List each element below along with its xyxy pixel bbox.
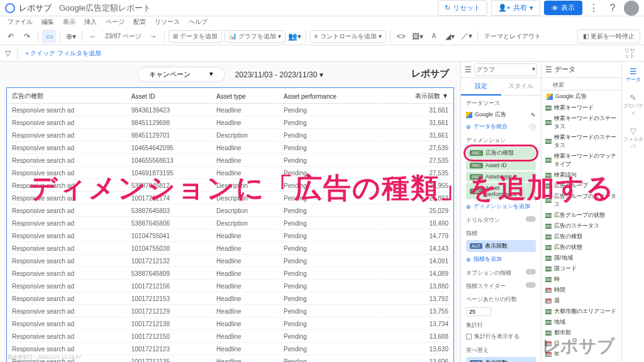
image-icon[interactable]: 🖼▾ bbox=[411, 30, 425, 43]
dimension-chip[interactable]: RBC広告の種類 bbox=[466, 147, 536, 159]
merge-data-button[interactable]: ⊕データを統合? bbox=[461, 121, 541, 133]
field-item[interactable]: RBC大都市圏のエリアコード bbox=[541, 306, 621, 317]
share-button[interactable]: 👤+共有▾ bbox=[491, 0, 540, 16]
col-header[interactable]: 表示回数 ▼ bbox=[383, 89, 452, 104]
field-item[interactable]: RBC検索キーワード bbox=[541, 102, 621, 113]
more-icon[interactable]: ⋮ bbox=[586, 1, 601, 16]
table-row[interactable]: Responsive search ad10017212132HeadlineP… bbox=[8, 256, 452, 267]
table-row[interactable]: Responsive search ad10017212138HeadlineP… bbox=[8, 319, 452, 330]
table-row[interactable]: Responsive search ad98436139423HeadlineP… bbox=[8, 105, 452, 116]
add-chart-button[interactable]: 📊グラフを追加▾ bbox=[225, 30, 286, 43]
zoom-icon[interactable]: ⊕▾ bbox=[64, 30, 78, 43]
table-row[interactable]: Responsive search ad104655568613Headline… bbox=[8, 155, 452, 167]
col-header[interactable]: 広告の種類 bbox=[8, 89, 126, 104]
table-row[interactable]: Responsive search ad53887645812Descripti… bbox=[8, 180, 452, 192]
field-item[interactable]: 📅年 bbox=[541, 349, 621, 359]
prev-page-icon[interactable]: ← bbox=[86, 30, 100, 43]
menu-リソース[interactable]: リソース bbox=[155, 18, 180, 26]
reset-small[interactable]: リセ ット bbox=[624, 48, 639, 59]
campaign-dropdown[interactable]: キャンペーン▾ bbox=[137, 67, 225, 82]
help-icon[interactable]: ? bbox=[605, 1, 620, 16]
menu-ファイル[interactable]: ファイル bbox=[8, 18, 33, 26]
filter-icon[interactable]: ▽ bbox=[5, 49, 11, 58]
table-row[interactable]: Responsive search ad104691873195Headline… bbox=[8, 168, 452, 179]
page-indicator[interactable]: 23/87 ページ bbox=[103, 32, 144, 41]
tab-settings[interactable]: 設定 bbox=[461, 78, 501, 96]
field-item[interactable]: RBC広告グループ bbox=[541, 180, 621, 191]
community-icon[interactable]: 👥▾ bbox=[288, 30, 302, 43]
table-row[interactable]: Responsive search ad10104755038HeadlineP… bbox=[8, 243, 452, 255]
pause-update-button[interactable]: ◧ 更新を一時停止 bbox=[577, 30, 640, 43]
embed-icon[interactable]: <> bbox=[394, 30, 408, 43]
search-input[interactable] bbox=[541, 80, 621, 90]
field-item[interactable]: RBC都市部 bbox=[541, 327, 621, 338]
table-row[interactable]: Responsive search ad10017212153HeadlineP… bbox=[8, 293, 452, 305]
col-header[interactable]: Asset performance bbox=[280, 89, 382, 104]
text-icon[interactable]: Ａ bbox=[427, 30, 441, 43]
field-item[interactable]: RBC広告グループの状態 bbox=[541, 210, 621, 221]
show-summary-checkbox[interactable]: 集計行を表示する bbox=[461, 331, 541, 343]
field-item[interactable]: RBC国コード bbox=[541, 263, 621, 274]
data-source-row[interactable]: Google 広告 bbox=[541, 90, 621, 102]
field-item[interactable]: 📅週 bbox=[541, 295, 621, 306]
col-header[interactable]: Asset type bbox=[213, 89, 279, 104]
dimension-chip[interactable]: RBCAsset type bbox=[466, 172, 536, 182]
menu-配置[interactable]: 配置 bbox=[133, 18, 146, 26]
metric-chip[interactable]: AUT表示回数 bbox=[466, 240, 536, 252]
field-item[interactable]: 123年齢 bbox=[541, 359, 621, 362]
table-row[interactable]: Responsive search ad98451129701Descripti… bbox=[8, 130, 452, 141]
menu-ページ[interactable]: ページ bbox=[106, 18, 125, 26]
theme-layout-button[interactable]: テーマとレイアウト bbox=[482, 32, 543, 41]
field-item[interactable]: 📅日 bbox=[541, 338, 621, 349]
sort-chip[interactable]: AUT表示回数 bbox=[466, 357, 536, 362]
field-item[interactable]: RBC広告のステータス bbox=[541, 221, 621, 231]
dimension-chip[interactable]: RBCAsset performance bbox=[466, 183, 536, 199]
chart-type-dropdown[interactable]: グラフ▾ bbox=[474, 63, 537, 76]
menu-編集[interactable]: 編集 bbox=[42, 18, 54, 26]
table-row[interactable]: Responsive search ad53887645803Descripti… bbox=[8, 206, 452, 217]
table-row[interactable]: Responsive search ad53887645806Descripti… bbox=[8, 218, 452, 229]
table-row[interactable]: Responsive search ad10017212150HeadlineP… bbox=[8, 331, 452, 343]
datasource-row[interactable]: Google 広告✎ bbox=[461, 109, 541, 121]
sidetab-filterbar[interactable]: ▽フィルタバ bbox=[622, 124, 644, 152]
field-item[interactable]: RBC検索語句 bbox=[541, 170, 621, 180]
menu-ヘルプ[interactable]: ヘルプ bbox=[189, 18, 208, 26]
table-row[interactable]: Responsive search ad10017212156HeadlineP… bbox=[8, 281, 452, 292]
table-row[interactable]: Responsive search ad10017212129HeadlineP… bbox=[8, 306, 452, 317]
table-row[interactable]: Responsive search ad98451129698HeadlineP… bbox=[8, 118, 452, 129]
dimension-chip[interactable]: RBCAsset ID bbox=[466, 160, 536, 170]
field-item[interactable]: RBC広告の状態 bbox=[541, 242, 621, 253]
add-dimension-button[interactable]: ⊕ディメンションを追加 bbox=[461, 200, 541, 212]
field-item[interactable]: RBC広告の種類 bbox=[541, 231, 621, 242]
tab-style[interactable]: スタイル bbox=[501, 78, 541, 96]
redo-icon[interactable]: ↷ bbox=[20, 30, 34, 43]
data-table[interactable]: 広告の種類Asset IDAsset typeAsset performance… bbox=[6, 87, 454, 362]
add-filter-button[interactable]: ＋クイック フィルタを追加 bbox=[24, 49, 101, 58]
table-row[interactable]: Responsive search ad104654642095Headline… bbox=[8, 143, 452, 154]
rows-input[interactable] bbox=[466, 307, 491, 316]
sidetab-property[interactable]: ✎プロパティ bbox=[622, 90, 644, 119]
reset-button[interactable]: ↻リセット bbox=[438, 0, 487, 16]
add-metric-button[interactable]: ⊕指標を追加 bbox=[461, 253, 541, 265]
pointer-icon[interactable]: ▭ bbox=[42, 30, 56, 43]
avatar[interactable] bbox=[624, 1, 639, 16]
date-range-picker[interactable]: 2023/11/03 - 2023/11/30▾ bbox=[235, 70, 324, 79]
view-button[interactable]: 👁表示 bbox=[544, 1, 582, 15]
undo-icon[interactable]: ↶ bbox=[4, 30, 18, 43]
table-row[interactable]: Responsive search ad53887645809HeadlineP… bbox=[8, 268, 452, 280]
field-item[interactable]: RBC検索キーワードのステータス bbox=[541, 113, 621, 132]
menu-表示[interactable]: 表示 bbox=[63, 18, 75, 26]
field-item[interactable]: RBC地域 bbox=[541, 317, 621, 327]
sidetab-data[interactable]: ☰データ bbox=[625, 64, 641, 85]
table-row[interactable]: Responsive search ad10017212174Descripti… bbox=[8, 193, 452, 204]
field-item[interactable]: RBC検索キーワードのステータス bbox=[541, 132, 621, 151]
table-row[interactable]: Responsive search ad10104755041HeadlineP… bbox=[8, 231, 452, 242]
field-item[interactable]: RBC時 bbox=[541, 274, 621, 285]
col-header[interactable]: Asset ID bbox=[128, 89, 211, 104]
shape-icon[interactable]: ◢▾ bbox=[443, 30, 457, 43]
field-item[interactable]: RBC検索キーワードのマッチタイプ bbox=[541, 151, 621, 170]
next-page-icon[interactable]: → bbox=[147, 30, 160, 43]
add-control-button[interactable]: ≡コントロールを追加▾ bbox=[310, 30, 386, 43]
add-data-button[interactable]: ⊞データを追加 bbox=[169, 30, 222, 43]
field-item[interactable]: RBC国/地域 bbox=[541, 253, 621, 263]
